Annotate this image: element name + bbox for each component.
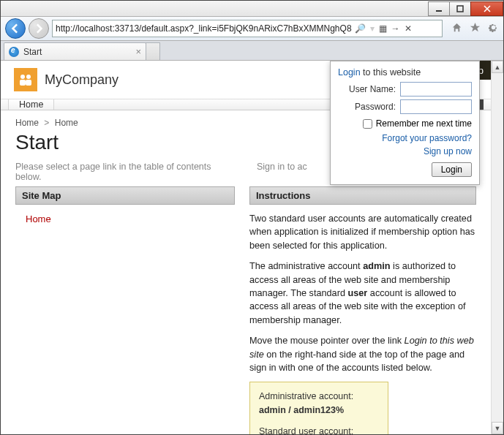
- login-button-row: Login: [338, 162, 472, 177]
- admin-cred-value: admin / admin123%: [259, 405, 344, 415]
- scroll-down-button[interactable]: ▼: [492, 422, 503, 434]
- username-input[interactable]: [400, 82, 472, 97]
- instructions-column: Instructions Two standard user accounts …: [249, 186, 476, 434]
- browser-tab[interactable]: Start ×: [4, 42, 146, 60]
- username-row: User Name:: [338, 82, 472, 97]
- url-text: http://localhost:33713/default.aspx?_lin…: [56, 23, 352, 34]
- login-popup: Login to this website User Name: Passwor…: [330, 61, 480, 185]
- sitemap-heading: Site Map: [15, 186, 235, 205]
- credentials-box: Administrative account: admin / admin123…: [249, 382, 388, 434]
- password-label: Password:: [355, 102, 396, 112]
- scrollbar[interactable]: ▲ ▼: [491, 61, 503, 434]
- back-button[interactable]: [5, 18, 26, 39]
- new-tab-button[interactable]: [146, 42, 160, 60]
- login-title-link[interactable]: Login: [338, 67, 361, 77]
- svg-rect-5: [26, 80, 31, 86]
- instructions-text: Two standard user accounts are automatic…: [249, 205, 476, 434]
- instructions-p2: The administrative account admin is auth…: [249, 260, 476, 327]
- svg-point-3: [26, 75, 31, 79]
- sitemap-item-home[interactable]: Home: [15, 205, 235, 233]
- svg-rect-0: [436, 10, 442, 12]
- remember-label: Remember me next time: [376, 118, 472, 129]
- svg-point-2: [20, 75, 25, 79]
- search-icon[interactable]: 🔎: [355, 23, 366, 34]
- breadcrumb-root[interactable]: Home: [15, 118, 39, 128]
- close-button[interactable]: [470, 1, 503, 16]
- tab-strip: Start ×: [1, 41, 503, 61]
- remember-checkbox[interactable]: [363, 119, 372, 129]
- right-hint: Sign in to ac: [257, 162, 307, 182]
- browser-navbar: http://localhost:33713/default.aspx?_lin…: [1, 17, 503, 41]
- scroll-up-button[interactable]: ▲: [492, 61, 503, 73]
- maximize-button[interactable]: [449, 1, 471, 16]
- address-bar-indicators: 🔎 ▾ ▦ → ✕: [355, 23, 412, 34]
- menu-home[interactable]: Home: [8, 99, 54, 110]
- admin-cred-label: Administrative account:: [259, 390, 379, 404]
- company-logo: [14, 68, 37, 91]
- browser-tools: [451, 22, 499, 35]
- login-button[interactable]: Login: [432, 162, 472, 177]
- columns: Site Map Home Instructions Two standard …: [8, 186, 484, 434]
- tab-title: Start: [23, 47, 42, 57]
- username-label: User Name:: [349, 84, 396, 94]
- page-viewport: ▲ ▼ | Help MyCompany Home ns ▾: [1, 61, 503, 434]
- favorites-icon[interactable]: [470, 22, 481, 35]
- user-cred-label: Standard user account:: [259, 425, 379, 434]
- password-row: Password:: [338, 99, 472, 114]
- gear-icon[interactable]: [488, 22, 499, 35]
- address-bar[interactable]: http://localhost:33713/default.aspx?_lin…: [52, 20, 443, 37]
- sitemap-column: Site Map Home: [15, 186, 235, 434]
- window-titlebar: [1, 1, 503, 17]
- left-hint: Please select a page link in the table o…: [15, 162, 235, 182]
- forgot-password-link[interactable]: Forgot your password?: [338, 132, 472, 145]
- compat-icon[interactable]: ▦: [379, 23, 387, 34]
- forward-button[interactable]: [29, 18, 49, 39]
- instructions-p1: Two standard user accounts are automatic…: [249, 212, 476, 252]
- scroll-track[interactable]: [492, 73, 503, 422]
- company-name: MyCompany: [45, 72, 119, 88]
- stop-icon[interactable]: ✕: [405, 23, 412, 34]
- signup-link[interactable]: Sign up now: [338, 145, 472, 158]
- refresh-icon[interactable]: →: [391, 23, 400, 34]
- login-title-rest: to this website: [361, 67, 421, 77]
- window-controls: [429, 1, 503, 16]
- login-links: Forgot your password? Sign up now: [338, 132, 472, 158]
- remember-row: Remember me next time: [338, 118, 472, 129]
- login-popup-title: Login to this website: [338, 67, 472, 77]
- breadcrumb-separator: >: [44, 118, 49, 128]
- password-input[interactable]: [400, 99, 472, 114]
- breadcrumb-current: Home: [55, 118, 78, 128]
- separator: ▾: [370, 23, 375, 34]
- instructions-p3: Move the mouse pointer over the link Log…: [249, 334, 476, 374]
- tab-close-icon[interactable]: ×: [135, 46, 141, 57]
- svg-rect-4: [20, 80, 26, 86]
- instructions-heading: Instructions: [249, 186, 476, 205]
- minimize-button[interactable]: [428, 1, 450, 16]
- svg-rect-1: [457, 6, 463, 12]
- browser-window: http://localhost:33713/default.aspx?_lin…: [0, 0, 504, 435]
- ie-icon: [9, 47, 19, 57]
- people-icon: [18, 72, 33, 87]
- home-icon[interactable]: [451, 22, 462, 35]
